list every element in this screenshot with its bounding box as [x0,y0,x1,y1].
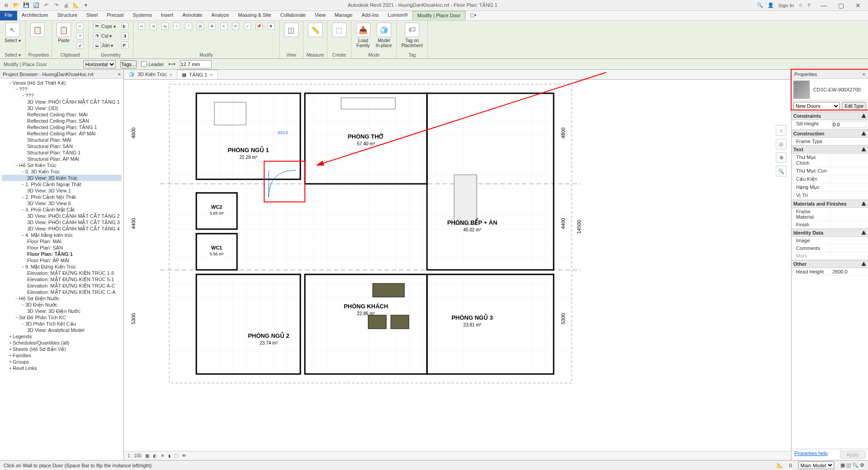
svg-rect-19 [391,315,409,329]
mirror-button[interactable]: ⇋ [160,22,171,31]
frame-type-value[interactable] [830,138,868,145]
qat-more-icon[interactable]: ▾ [82,2,90,9]
cope-button[interactable]: ⬒Cope ▾ [91,22,118,31]
geom-3[interactable]: ◩ [119,41,130,50]
nav-home-icon[interactable]: ⌂ [776,125,787,136]
tab-close-icon[interactable]: × [210,72,213,77]
nav-pan-icon[interactable]: ✥ [776,152,787,163]
print-icon[interactable]: 🖨 [62,2,70,9]
edit-type-button[interactable]: Edit Type [842,102,866,110]
nav-zoom-icon[interactable]: 🔍 [776,166,787,177]
split-button[interactable]: ⊹ [171,22,182,31]
browser-close-icon[interactable]: × [118,72,121,77]
undo-icon[interactable]: ↶ [43,2,50,9]
tab-massing[interactable]: Massing & Site [233,11,275,20]
array-button[interactable]: ⊞ [195,22,206,31]
leader-checkbox[interactable]: Leader [141,61,164,67]
measure-button[interactable]: 📏 [306,22,324,38]
tab-systems[interactable]: Systems [128,11,156,20]
hide-icon[interactable]: 👁 [182,453,186,458]
cut-button[interactable]: ✂ [75,22,85,31]
maximize-button[interactable]: ▢ [835,2,847,9]
shadow-icon[interactable]: ◗ [168,453,171,458]
tab-modify-place-door[interactable]: Modify | Place Door [413,11,466,20]
props-close-icon[interactable]: × [863,72,865,77]
tab-architecture[interactable]: Architecture [17,11,53,20]
close-button[interactable]: ✕ [852,2,864,9]
modify-tool[interactable]: ↖Select ▾ [3,22,23,44]
properties-button[interactable]: 📋 [28,22,47,38]
open-icon[interactable]: 📂 [13,2,20,9]
apply-button[interactable]: Apply [840,451,865,459]
matchtype-button[interactable]: 🖌 [75,41,85,50]
drawing-canvas[interactable]: PHÒNG NGỦ 1 22.29 m² PHÒNG THỜ 57.40 m² … [124,80,791,451]
tab-view[interactable]: View [310,11,330,20]
search-icon[interactable]: 🔍 [757,2,763,8]
visual-style-icon[interactable]: ◐ [153,453,157,458]
minimize-button[interactable]: — [817,2,830,9]
sill-height-input[interactable] [832,121,866,128]
tab-steel[interactable]: Steel [82,11,102,20]
tab-file[interactable]: File [0,11,17,20]
align-button[interactable]: ⇔ [136,22,147,31]
copy-mod-button[interactable]: ⎘ [218,22,229,31]
tab-close-icon[interactable]: × [169,72,172,77]
status-seg-1[interactable]: 📐 [777,462,783,468]
tab-collaborate[interactable]: Collaborate [276,11,310,20]
options-bar: Modify | Place Door Horizontal Tags... L… [0,59,868,70]
orientation-select[interactable]: Horizontal [83,60,116,68]
tab-analyze[interactable]: Analyze [207,11,233,20]
sun-icon[interactable]: ☀ [161,453,165,458]
tag-on-placement-button[interactable]: 🏷Tag on Placement [399,22,424,49]
browser-tree[interactable]: −Views (Hồ Sơ Thiết Kế) −??? −??? 3D Vie… [0,79,123,460]
create-button[interactable]: ⬚ [330,22,348,38]
tab-annotate[interactable]: Annotate [178,11,207,20]
detail-icon[interactable]: ▦ [145,453,149,458]
signin-link[interactable]: Sign In [778,3,794,8]
geom-2[interactable]: ◨ [119,31,130,40]
type-selector-block[interactable]: CD1C-EW-900X2700 [792,79,868,101]
scale-button[interactable]: 1 : 100 [128,453,142,458]
measure-icon[interactable]: 📐 [72,2,80,9]
tab-precast[interactable]: Precast [102,11,128,20]
tab-structure[interactable]: Structure [52,11,82,20]
instance-filter-select[interactable]: New Doors [793,102,840,110]
user-icon[interactable]: 👤 [768,2,774,8]
delete-button[interactable]: ✖ [266,22,276,31]
nav-wheel-icon[interactable]: ◎ [776,139,787,149]
tab-manage[interactable]: Manage [330,11,357,20]
favorite-icon[interactable]: ☆ [798,2,803,8]
tags-button[interactable]: Tags... [120,60,137,68]
offset-input[interactable] [180,60,212,68]
tab-addins[interactable]: Add-Ins [357,11,383,20]
trim-button[interactable]: ⊺ [183,22,194,31]
geom-1[interactable]: ◧ [119,22,130,31]
head-height-value[interactable]: 2800.0 [830,268,868,275]
properties-help-link[interactable]: Properties help [794,451,828,459]
crop-icon[interactable]: ⬚ [174,453,178,458]
move-button[interactable]: ✥ [207,22,218,31]
copy-button[interactable]: ⎘ [75,31,85,40]
pin-button[interactable]: 📌 [254,22,265,31]
svg-text:PHÒNG BẾP + ĂN: PHÒNG BẾP + ĂN [447,218,498,226]
rotate-button[interactable]: ⟳ [230,22,241,31]
sync-icon[interactable]: 🔄 [33,2,40,9]
paste-button[interactable]: 📋Paste [55,22,73,44]
tab-insert[interactable]: Insert [157,11,178,20]
scale-button[interactable]: ⤢ [242,22,253,31]
view-button[interactable]: ◫ [282,22,300,38]
status-icons[interactable]: ▦ ◫ 🔍 ⚙ [840,462,864,468]
help-icon[interactable]: ? [807,3,810,8]
model-inplace-button[interactable]: 🧊Model In-place [374,22,394,49]
offset-button[interactable]: ⇉ [148,22,159,31]
cut-geom-button[interactable]: ⬔Cut ▾ [91,31,118,40]
tab-lumion[interactable]: Lumion® [383,11,412,20]
workset-select[interactable]: Main Model [798,461,834,469]
tab-extra[interactable]: ▢• [465,11,481,20]
view-tab-3d[interactable]: 🧊3D Kiến Trúc× [124,70,177,79]
join-button[interactable]: ⬓Join ▾ [91,41,118,50]
save-icon[interactable]: 💾 [23,2,30,9]
redo-icon[interactable]: ↷ [52,2,60,9]
load-family-button[interactable]: 📥Load Family [354,22,372,49]
view-tab-tang1[interactable]: ▦TẦNG 1× [177,70,218,79]
